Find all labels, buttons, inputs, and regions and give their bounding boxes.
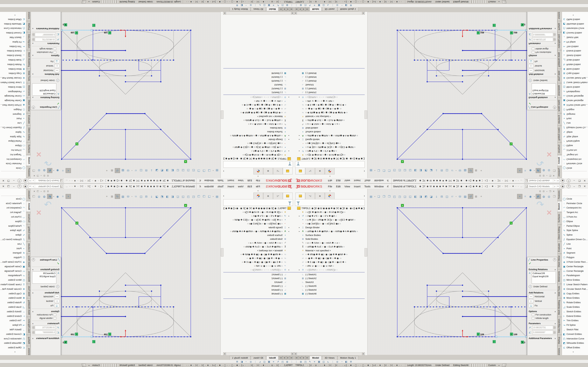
sketch-tool-item[interactable]: ◜ Partial Ellipse <box>0 224 26 228</box>
sketch-tool-item[interactable]: ◞ Sketch Fillet <box>0 35 26 40</box>
menu-item[interactable]: Tools <box>216 179 225 183</box>
sketch-tool-item[interactable]: ƒ Equation Driven Curve <box>0 125 26 130</box>
display-tool-icon[interactable]: ⚙ <box>349 360 353 363</box>
tree-item[interactable]: ▸ ○ ƨ ✚ ƷƐƨ ○ ИN◉ ✚ ƆƐƷƨ ○ ◉ ○ ƨƷƐƆ ✚ ◉N… <box>223 218 294 222</box>
tree-item[interactable]: ▸ Solid Bodies <box>223 237 294 241</box>
view-tool-icon[interactable]: ◰ <box>392 194 397 199</box>
tree-item[interactable]: ▸ ○ ƨ ✚ ƷƐƨ ○ ИN◉ ✚ ƆƐƷƨ ○ ◉ ○ ƨƷƐƆ ✚ ◉N… <box>223 145 294 149</box>
sketch-tool-item[interactable]: ╱ Line <box>562 242 588 246</box>
add-relation-button[interactable]: ⚓ Fix <box>527 59 557 64</box>
tree-item[interactable]: ▸ (-) Sketch2 <box>223 87 294 91</box>
section-additional-parameters[interactable]: Additional Parameters∨ <box>527 27 557 31</box>
menu-item[interactable]: View <box>343 179 352 183</box>
sketch-tool-item[interactable]: ⊞ Copy Entities <box>562 291 588 296</box>
display-tool-icon[interactable]: ◧ <box>239 4 244 7</box>
view-tool-icon[interactable]: ⌖ <box>479 194 484 199</box>
panel-help-icon[interactable]: ? <box>32 258 35 261</box>
menu-item[interactable]: Insert <box>352 179 363 183</box>
document-tab[interactable]: Model <box>310 7 322 11</box>
menu-item[interactable]: Window <box>202 184 216 189</box>
commandmanager-tab[interactable]: Data Migration <box>26 317 31 335</box>
close-button[interactable]: ✕ <box>582 179 587 182</box>
more-tools-chevron[interactable]: » <box>13 350 16 354</box>
view-tool-icon[interactable]: ⌭ <box>133 168 138 173</box>
sketch-tool-item[interactable]: ⊞ Copy Entities <box>562 71 588 76</box>
view-tool-icon[interactable]: ↺ <box>115 194 120 199</box>
display-tool-icon[interactable]: ⚙ <box>235 4 239 7</box>
commandmanager-tab[interactable]: Evaluate <box>26 113 31 125</box>
commandmanager-tab[interactable]: Sketch <box>26 201 31 212</box>
status-sheet-icon[interactable] <box>502 364 506 367</box>
mdi-control-icon[interactable]: ⊡ <box>539 190 541 192</box>
sketch-tool-item[interactable]: # Segment <box>0 112 26 117</box>
tree-item[interactable]: ▸ Material < not specified > <box>294 249 365 252</box>
cancel-sketch-icon[interactable]: ✕ <box>546 150 552 158</box>
sketch-tool-item[interactable]: ✂ Trim Entities <box>0 44 26 49</box>
view-tool-icon[interactable]: ◱ <box>408 168 413 173</box>
display-tool-icon[interactable]: ◩ <box>536 194 541 199</box>
sketch-tool-item[interactable]: ▪ Point <box>562 116 588 121</box>
sketch-tool-item[interactable]: ↝ Fit Spline <box>0 40 26 44</box>
commandmanager-tab[interactable]: Sheet Metal <box>26 254 31 269</box>
line-endpoint-handle[interactable] <box>495 336 497 338</box>
section-existing-relations[interactable]: Existing Relations∧ <box>31 96 61 100</box>
sketch-tool-item[interactable]: ∿ Spline <box>562 233 588 237</box>
display-tool-icon[interactable]: ⌗ <box>60 194 65 199</box>
help-icon[interactable]: ? <box>567 179 571 183</box>
view-tool-icon[interactable]: ⛁ <box>126 194 130 199</box>
pin-icon[interactable] <box>387 179 389 182</box>
mdi-control-icon[interactable]: ✕ <box>553 175 554 177</box>
tree-item[interactable]: ▸ Sketch3 <box>223 83 294 87</box>
tree-item[interactable]: ▸ ○ ✚ ИN◉ ✱ ✻ ◉|○ ◉ ○|◉ ✻ ✱ ◉NИ ✚ ○ <box>223 252 294 256</box>
tree-item[interactable]: ▸ ○ ·◉ ✚ ○ ✻ ◉|○ ◉ ○|◉ ✻ ○ ✚ ◉· ○ <box>223 107 294 111</box>
sketch-tool-item[interactable]: ◠ Centerpoint Arc <box>562 206 588 210</box>
display-tool-icon[interactable]: ❒ <box>552 194 557 199</box>
parameter-field[interactable]: 10.88152731 <box>532 325 553 329</box>
sketch-tool-item[interactable]: ✥ Move Entities <box>0 296 26 300</box>
restore-button[interactable]: ❐ <box>6 185 11 188</box>
line-endpoint-handle[interactable] <box>61 29 62 31</box>
tree-item[interactable]: ▸ ○ ƨ◉ ƆƨИƷƐƨ ○ ◉ ○ ƨƐƷИƨƆ ◉ƨ ○ <box>294 222 365 225</box>
exit-sketch-icon[interactable]: ↶ <box>44 157 52 168</box>
collapse-panel-arrow[interactable]: › <box>364 194 365 198</box>
commandmanager-tab[interactable]: Markup <box>26 335 31 346</box>
close-button[interactable]: ✕ <box>1 185 6 188</box>
relations-listbox[interactable]: Collinear108 Equal length109 <box>32 271 56 284</box>
sketch-tool-item[interactable]: ∿ Style Spline <box>562 228 588 233</box>
checkbox-icon[interactable] <box>54 48 56 50</box>
menu-item[interactable]: Edit <box>334 179 343 183</box>
tree-vertical-scrollbar[interactable] <box>364 248 367 257</box>
spinner[interactable]: ▲▼ <box>32 331 35 334</box>
tab-nav-button[interactable]: |◀ <box>290 356 294 360</box>
status-sheet-icon[interactable] <box>82 364 86 367</box>
tab-nav-button[interactable]: ◀ <box>286 356 290 360</box>
parameter-field[interactable]: 0.00000000° <box>532 33 553 36</box>
view-tool-icon[interactable]: ▤ <box>215 168 219 173</box>
commandmanager-tab[interactable]: Sketch <box>557 155 562 166</box>
menu-item[interactable]: File <box>326 179 334 183</box>
rollback-bar[interactable] <box>294 299 365 299</box>
view-tool-icon[interactable]: ▧ <box>463 168 467 173</box>
sketch-tool-item[interactable]: ▣ Center Rectangle <box>0 98 26 103</box>
tree-item[interactable]: ▸ ○ ✚ Ɛ ƨ◉ ○ ✻ ◉|○ ◉ ○|◉ ✻ ○ ◉ƨ Ɛ ✚ ○ <box>294 103 365 107</box>
search-dropdown-icon[interactable]: ▼ <box>556 185 560 187</box>
spinner[interactable]: ▲▼ <box>553 326 556 329</box>
sketch-tool-item[interactable]: ↔ Stretch Entities <box>562 53 588 58</box>
commandmanager-tab[interactable]: Direct Editing <box>557 225 562 241</box>
tab-featuremanager[interactable] <box>295 192 305 199</box>
document-tab[interactable]: 3D Views <box>251 356 266 360</box>
parameter-field[interactable]: 0.00000000° <box>35 33 56 36</box>
view-tool-icon[interactable]: ◨ <box>418 168 423 173</box>
tab-displaymanager[interactable]: ⌥ <box>305 168 315 175</box>
view-tool-icon[interactable]: ◱ <box>408 194 413 199</box>
rollback-bar[interactable] <box>294 68 365 68</box>
view-tool-icon[interactable]: ◳ <box>397 168 402 173</box>
sketch-tool-item[interactable]: ↝ Fit Spline <box>0 323 26 327</box>
display-tool-icon[interactable]: ⋮ <box>330 4 335 7</box>
mdi-control-icon[interactable]: ⊡ <box>539 175 541 177</box>
view-tool-icon[interactable]: ◩ <box>160 194 164 199</box>
expand-arrow-icon[interactable]: ▸ <box>287 215 289 217</box>
view-tool-icon[interactable]: ⌖ <box>104 194 109 199</box>
sketch-tool-item[interactable]: ✲ Circular Sketch Pattern <box>0 76 26 80</box>
document-tab[interactable]: Model <box>266 7 278 11</box>
